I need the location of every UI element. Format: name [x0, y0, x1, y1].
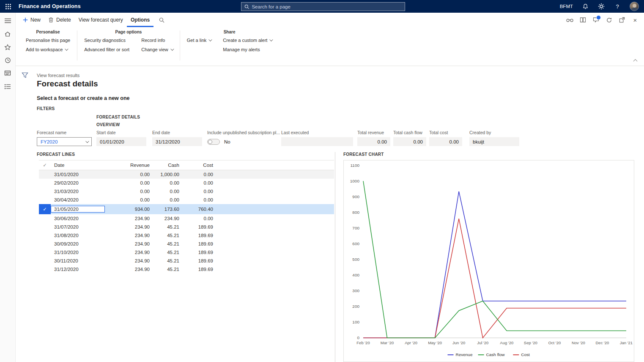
- view-forecast-query-button[interactable]: View forecast query: [75, 13, 127, 27]
- cell-revenue[interactable]: 0.00: [114, 179, 153, 187]
- table-row[interactable]: 30/06/2020234.90234.900.00: [39, 214, 334, 223]
- add-to-workspace-button[interactable]: Add to workspace: [26, 47, 70, 52]
- cell-revenue[interactable]: 234.90: [114, 214, 153, 223]
- close-page-icon[interactable]: ×: [631, 16, 639, 24]
- messages-icon[interactable]: [592, 16, 600, 24]
- cell-date[interactable]: 31/05/2020: [51, 204, 114, 214]
- cell-cost[interactable]: 189.69: [183, 257, 216, 265]
- get-a-link-button[interactable]: Get a link: [187, 38, 211, 43]
- row-select-cell[interactable]: [39, 257, 51, 265]
- options-tab[interactable]: Options: [127, 13, 153, 27]
- cell-revenue[interactable]: 0.00: [114, 196, 153, 204]
- cell-cost[interactable]: 189.69: [183, 231, 216, 240]
- table-row[interactable]: 31/07/2020234.9045.21189.69: [39, 223, 334, 231]
- task-guide-book-icon[interactable]: [579, 16, 586, 24]
- cell-date[interactable]: 31/12/2020: [51, 265, 114, 274]
- cell-cash[interactable]: 0.00: [153, 196, 183, 204]
- cell-revenue[interactable]: 0.00: [114, 170, 153, 179]
- select-all-check-icon[interactable]: ✓: [39, 160, 51, 170]
- app-launcher-icon[interactable]: [0, 0, 16, 13]
- filter-funnel-icon[interactable]: [22, 72, 28, 80]
- cell-revenue[interactable]: 234.90: [114, 223, 153, 231]
- cell-date[interactable]: 31/03/2020: [51, 187, 114, 196]
- cell-cash[interactable]: 0.00: [153, 179, 183, 187]
- cell-cash[interactable]: 45.21: [153, 265, 183, 274]
- create-a-custom-alert-button[interactable]: Create a custom alert: [223, 38, 272, 43]
- hamburger-menu-icon[interactable]: [2, 16, 13, 25]
- cell-date[interactable]: 31/01/2020: [51, 170, 114, 179]
- cell-cash[interactable]: 45.21: [153, 257, 183, 265]
- home-icon[interactable]: [2, 29, 13, 39]
- cell-date[interactable]: 31/07/2020: [51, 223, 114, 231]
- record-info-button[interactable]: Record info: [141, 38, 173, 43]
- cell-cost[interactable]: 0.00: [183, 214, 216, 223]
- row-select-cell[interactable]: ✓: [39, 204, 51, 214]
- table-row[interactable]: 31/10/2020234.9045.21189.69: [39, 248, 334, 257]
- cell-date[interactable]: 30/11/2020: [51, 257, 114, 265]
- delete-button[interactable]: Delete: [44, 13, 75, 27]
- company-picker[interactable]: BFMT: [560, 4, 573, 9]
- cell-cash[interactable]: 234.90: [153, 214, 183, 223]
- table-row[interactable]: 30/04/20200.000.000.00: [39, 196, 334, 204]
- refresh-icon[interactable]: [605, 16, 613, 24]
- cell-cost[interactable]: 189.69: [183, 248, 216, 257]
- row-select-cell[interactable]: [39, 240, 51, 248]
- manage-my-alerts-button[interactable]: Manage my alerts: [223, 47, 272, 52]
- row-select-cell[interactable]: [39, 179, 51, 187]
- cell-cash[interactable]: 1,000.00: [153, 170, 183, 179]
- row-select-cell[interactable]: [39, 223, 51, 231]
- new-button[interactable]: New: [19, 13, 44, 27]
- cell-revenue[interactable]: 234.90: [114, 231, 153, 240]
- row-select-cell[interactable]: [39, 248, 51, 257]
- cell-date[interactable]: 30/04/2020: [51, 196, 114, 204]
- cell-date[interactable]: 29/02/2020: [51, 179, 114, 187]
- cell-revenue[interactable]: 0.00: [114, 187, 153, 196]
- global-search-input[interactable]: [252, 4, 402, 9]
- column-header-cost[interactable]: Cost: [183, 160, 216, 170]
- forecast-name-combobox[interactable]: FY2020: [37, 137, 92, 146]
- cell-date[interactable]: 31/08/2020: [51, 231, 114, 240]
- row-select-cell[interactable]: [39, 187, 51, 196]
- cell-cost[interactable]: 189.69: [183, 240, 216, 248]
- table-row[interactable]: 29/02/20200.000.000.00: [39, 179, 334, 187]
- cell-cost[interactable]: 189.69: [183, 223, 216, 231]
- settings-gear-icon[interactable]: [597, 3, 605, 10]
- table-row[interactable]: 31/12/2020234.9045.21189.69: [39, 265, 334, 274]
- table-row[interactable]: 31/03/20200.000.000.00: [39, 187, 334, 196]
- row-select-cell[interactable]: [39, 196, 51, 204]
- cell-revenue[interactable]: 934.00: [114, 204, 153, 214]
- table-row[interactable]: 31/01/20200.001,000.000.00: [39, 170, 334, 179]
- column-header-date[interactable]: Date: [51, 160, 114, 170]
- personalise-this-page-button[interactable]: Personalise this page: [26, 38, 70, 43]
- row-select-cell[interactable]: [39, 231, 51, 240]
- cell-revenue[interactable]: 234.90: [114, 257, 153, 265]
- cell-date[interactable]: 31/10/2020: [51, 248, 114, 257]
- cell-revenue[interactable]: 234.90: [114, 248, 153, 257]
- cell-cost[interactable]: 0.00: [183, 187, 216, 196]
- notifications-bell-icon[interactable]: [581, 3, 589, 10]
- favorites-star-icon[interactable]: [2, 42, 13, 52]
- cell-cost[interactable]: 0.00: [183, 196, 216, 204]
- advanced-filter-or-sort-button[interactable]: Advanced filter or sort: [84, 47, 129, 52]
- user-avatar[interactable]: [630, 2, 639, 11]
- recent-clock-icon[interactable]: [2, 55, 13, 65]
- cell-cash[interactable]: 45.21: [153, 248, 183, 257]
- change-view-button[interactable]: Change view: [141, 47, 173, 52]
- cell-cash[interactable]: 45.21: [153, 231, 183, 240]
- action-pane-search-icon[interactable]: [155, 13, 168, 27]
- help-icon[interactable]: ?: [614, 3, 621, 10]
- collapse-ribbon-button[interactable]: [632, 59, 638, 63]
- cell-cash[interactable]: 0.00: [153, 187, 183, 196]
- table-row[interactable]: 31/08/2020234.9045.21189.69: [39, 231, 334, 240]
- cell-revenue[interactable]: 234.90: [114, 240, 153, 248]
- cell-cost[interactable]: 0.00: [183, 179, 216, 187]
- table-row[interactable]: 30/11/2020234.9045.21189.69: [39, 257, 334, 265]
- table-row[interactable]: 30/09/2020234.9045.21189.69: [39, 240, 334, 248]
- row-select-cell[interactable]: [39, 214, 51, 223]
- workspaces-icon[interactable]: [2, 69, 13, 78]
- cell-cost[interactable]: 760.40: [183, 204, 216, 214]
- cell-cost[interactable]: 189.69: [183, 265, 216, 274]
- security-diagnostics-button[interactable]: Security diagnostics: [84, 38, 129, 43]
- cell-date[interactable]: 30/09/2020: [51, 240, 114, 248]
- column-header-revenue[interactable]: Revenue: [114, 160, 153, 170]
